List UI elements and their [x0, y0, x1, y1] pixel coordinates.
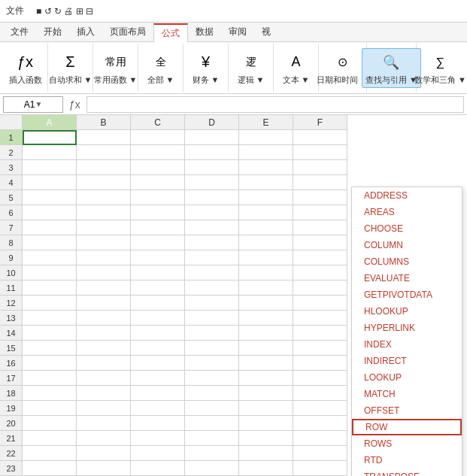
- cell-A18[interactable]: [23, 386, 77, 401]
- cell-E8[interactable]: [239, 235, 293, 250]
- menu-item-OFFSET[interactable]: OFFSET: [352, 402, 462, 419]
- cell-C4[interactable]: [131, 175, 185, 190]
- cell-B11[interactable]: [77, 280, 131, 296]
- row-header-10[interactable]: 10: [0, 265, 23, 280]
- menu-item-INDEX[interactable]: INDEX: [352, 336, 462, 353]
- cell-F10[interactable]: [293, 265, 347, 280]
- cell-F11[interactable]: [293, 280, 347, 296]
- row-header-20[interactable]: 20: [0, 416, 23, 431]
- autosum-btn[interactable]: Σ 自动求和 ▼: [46, 49, 96, 87]
- cell-D22[interactable]: [185, 446, 239, 461]
- menu-item-LOOKUP[interactable]: LOOKUP: [352, 369, 462, 386]
- cell-B18[interactable]: [77, 386, 131, 401]
- cell-C6[interactable]: [131, 205, 185, 220]
- row-header-3[interactable]: 3: [0, 160, 23, 175]
- cell-C23[interactable]: [131, 461, 185, 476]
- cell-A1[interactable]: [23, 130, 77, 145]
- cell-B16[interactable]: [77, 356, 131, 371]
- cell-D11[interactable]: [185, 280, 239, 296]
- cell-B2[interactable]: [77, 145, 131, 160]
- cell-A21[interactable]: [23, 431, 77, 446]
- cell-D17[interactable]: [185, 371, 239, 386]
- cell-A23[interactable]: [23, 461, 77, 476]
- name-box-arrow[interactable]: ▼: [35, 100, 42, 108]
- cell-C13[interactable]: [131, 311, 185, 326]
- cell-C2[interactable]: [131, 145, 185, 160]
- row-header-15[interactable]: 15: [0, 341, 23, 356]
- cell-E5[interactable]: [239, 190, 293, 205]
- row-header-17[interactable]: 17: [0, 371, 23, 386]
- cell-E19[interactable]: [239, 401, 293, 416]
- cell-A3[interactable]: [23, 160, 77, 175]
- cell-C16[interactable]: [131, 356, 185, 371]
- col-header-A[interactable]: A: [23, 115, 77, 130]
- formula-input[interactable]: [86, 96, 464, 113]
- row-header-19[interactable]: 19: [0, 401, 23, 416]
- cell-F3[interactable]: [293, 160, 347, 175]
- cell-B22[interactable]: [77, 446, 131, 461]
- cell-D3[interactable]: [185, 160, 239, 175]
- cell-B7[interactable]: [77, 220, 131, 235]
- cell-D6[interactable]: [185, 205, 239, 220]
- cell-F7[interactable]: [293, 220, 347, 235]
- row-header-9[interactable]: 9: [0, 250, 23, 265]
- cell-D1[interactable]: [185, 130, 239, 145]
- menu-item-ROWS[interactable]: ROWS: [352, 435, 462, 452]
- cell-C7[interactable]: [131, 220, 185, 235]
- menu-item-ADDRESS[interactable]: ADDRESS: [352, 187, 462, 204]
- cell-A16[interactable]: [23, 356, 77, 371]
- cell-E22[interactable]: [239, 446, 293, 461]
- cell-E4[interactable]: [239, 175, 293, 190]
- name-box[interactable]: A1 ▼: [3, 96, 63, 113]
- row-header-18[interactable]: 18: [0, 386, 23, 401]
- row-header-12[interactable]: 12: [0, 296, 23, 311]
- cell-E13[interactable]: [239, 311, 293, 326]
- cell-F18[interactable]: [293, 386, 347, 401]
- cell-A11[interactable]: [23, 280, 77, 296]
- cell-A6[interactable]: [23, 205, 77, 220]
- cell-B1[interactable]: [77, 130, 131, 145]
- cell-E16[interactable]: [239, 356, 293, 371]
- cell-B5[interactable]: [77, 190, 131, 205]
- cell-F13[interactable]: [293, 311, 347, 326]
- cell-A20[interactable]: [23, 416, 77, 431]
- row-header-22[interactable]: 22: [0, 446, 23, 461]
- menu-item-RTD[interactable]: RTD: [352, 452, 462, 468]
- cell-F22[interactable]: [293, 446, 347, 461]
- cell-D5[interactable]: [185, 190, 239, 205]
- cell-C20[interactable]: [131, 416, 185, 431]
- cell-A12[interactable]: [23, 296, 77, 311]
- menu-file[interactable]: 文件: [6, 5, 24, 17]
- cell-F1[interactable]: [293, 130, 347, 145]
- cell-B13[interactable]: [77, 311, 131, 326]
- cell-C14[interactable]: [131, 326, 185, 341]
- cell-C1[interactable]: [131, 130, 185, 145]
- cell-A4[interactable]: [23, 175, 77, 190]
- col-header-F[interactable]: F: [293, 115, 347, 130]
- cell-F16[interactable]: [293, 356, 347, 371]
- logic-btn[interactable]: 逻 逻辑 ▼: [235, 49, 268, 87]
- cell-B10[interactable]: [77, 265, 131, 280]
- col-header-C[interactable]: C: [131, 115, 185, 130]
- cell-D9[interactable]: [185, 250, 239, 265]
- cell-B19[interactable]: [77, 401, 131, 416]
- cell-B4[interactable]: [77, 175, 131, 190]
- cell-E14[interactable]: [239, 326, 293, 341]
- menu-item-TRANSPOSE[interactable]: TRANSPOSE: [352, 468, 462, 476]
- cell-C3[interactable]: [131, 160, 185, 175]
- cell-D4[interactable]: [185, 175, 239, 190]
- cell-D21[interactable]: [185, 431, 239, 446]
- cell-B23[interactable]: [77, 461, 131, 476]
- cell-E15[interactable]: [239, 341, 293, 356]
- cell-F12[interactable]: [293, 296, 347, 311]
- cell-F4[interactable]: [293, 175, 347, 190]
- menu-item-HLOOKUP[interactable]: HLOOKUP: [352, 303, 462, 320]
- finance-btn[interactable]: ¥ 财务 ▼: [190, 49, 223, 87]
- cell-E7[interactable]: [239, 220, 293, 235]
- cell-A15[interactable]: [23, 341, 77, 356]
- cell-C17[interactable]: [131, 371, 185, 386]
- menu-item-HYPERLINK[interactable]: HYPERLINK: [352, 320, 462, 336]
- row-header-1[interactable]: 1: [0, 130, 23, 145]
- cell-D19[interactable]: [185, 401, 239, 416]
- tab-insert[interactable]: 插入: [69, 23, 102, 41]
